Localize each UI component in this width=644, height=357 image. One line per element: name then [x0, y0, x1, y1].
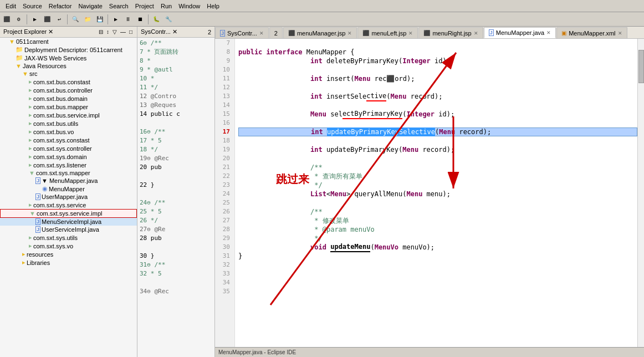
tree-item-menumapper-java[interactable]: J ▼ MenuMapper.java — [0, 177, 137, 185]
status-text: MenuMapper.java - Eclipse IDE — [218, 349, 296, 355]
mid-line-26: 31⊖ /** — [140, 261, 212, 269]
tab-close-menuright[interactable]: ✕ — [474, 30, 478, 36]
tree-item-pkg-9[interactable]: ▸ com.sxt.sys.controller — [0, 144, 137, 152]
project-explorer-panel: Project Explorer ✕ ⊟ ↕ ▽ — □ ▼ 0511carre… — [0, 27, 137, 357]
tree-item-root[interactable]: ▼ 0511carrent — [0, 38, 137, 45]
code-line-7 — [238, 39, 637, 48]
tree-item-label-22: com.sxt.sys.service.impl — [37, 210, 103, 217]
mid-line-14: 19⊖ @Rec — [140, 154, 212, 163]
pkg-icon-5: ▸ — [29, 111, 32, 119]
maximize-icon[interactable]: □ — [128, 28, 134, 35]
toolbar-btn-10[interactable]: ⏸ — [122, 14, 134, 25]
menu-edit[interactable]: Edit — [2, 2, 19, 11]
tree-item-pkg-10[interactable]: ▸ com.sxt.sys.domain — [0, 152, 137, 161]
tree-item-label-16: com.sxt.sys.listener — [33, 162, 86, 169]
scrollbar-thumb[interactable] — [638, 50, 644, 83]
toolbar-btn-5[interactable]: ↩ — [54, 14, 65, 25]
tab-menuright[interactable]: ⬛ menuRight.jsp ✕ — [418, 27, 483, 38]
tree-item-deployment[interactable]: 📁 Deployment Descriptor: 0511carrent — [0, 45, 137, 54]
ln-20: 20 — [215, 154, 232, 163]
toolbar-btn-13[interactable]: 🔧 — [163, 14, 174, 25]
menu-navigate[interactable]: Navigate — [75, 2, 105, 11]
minimize-icon[interactable]: — — [119, 28, 127, 35]
toolbar-btn-4[interactable]: ⬛ — [42, 14, 53, 25]
code-line-15: Menu selectByPrimaryKey(Integer id); — [238, 110, 637, 119]
menu-project[interactable]: Project — [132, 2, 157, 11]
tab-menuleft[interactable]: ⬛ menuLeft.jsp ✕ — [357, 27, 418, 38]
tab-close-menuleft[interactable]: ✕ — [408, 30, 413, 36]
tree-item-menuserviceimpl[interactable]: J MenuServiceImpl.java — [0, 218, 137, 226]
ln-33: 33 — [215, 269, 232, 278]
tree-item-pkg-6[interactable]: ▸ com.sxt.bus.utils — [0, 119, 137, 128]
tree-item-pkg-11[interactable]: ▸ com.sxt.sys.listener — [0, 161, 137, 169]
tree-item-pkg-service[interactable]: ▸ com.sxt.sys.service — [0, 201, 137, 209]
mid-line-10 — [140, 119, 212, 128]
tree-item-pkg-utils[interactable]: ▸ com.sxt.sys.utils — [0, 233, 137, 242]
tree-item-pkg-serviceimpl[interactable]: ▼ com.sxt.sys.service.impl — [0, 209, 137, 218]
tab-label-2: 2 — [274, 30, 278, 37]
menu-search[interactable]: Search — [106, 2, 132, 11]
tree-item-resources[interactable]: ▸ resources — [0, 250, 137, 258]
ln-19: 19 — [215, 145, 232, 154]
tab-close-menumanager[interactable]: ✕ — [347, 30, 352, 36]
tab-close-syscontroller[interactable]: ✕ — [259, 30, 264, 36]
tree-item-pkg-1[interactable]: ▸ com.sxt.bus.constast — [0, 78, 137, 86]
code-editor[interactable]: 7 8 9 10 11 12 13 14 15 16 17 18 19 20 — [215, 39, 637, 347]
toolbar-btn-12[interactable]: 🐛 — [151, 14, 162, 25]
mid-line-28 — [140, 278, 212, 287]
tree-item-userserviceimpl[interactable]: J UserServiceImpl.java — [0, 226, 137, 233]
tree-item-pkg-mapper[interactable]: ▼ com.sxt.sys.mapper — [0, 169, 137, 177]
menu-window[interactable]: Window — [175, 2, 203, 11]
menu-icon[interactable]: ▽ — [111, 28, 118, 35]
mid-line-23: 28 pub — [140, 234, 212, 243]
toolbar-btn-6[interactable]: 🔍 — [70, 14, 81, 25]
mid-line-24 — [140, 243, 212, 252]
sync-icon[interactable]: ↕ — [105, 28, 110, 35]
tree-item-src[interactable]: ▼ src — [0, 70, 137, 78]
project-tree: ▼ 0511carrent 📁 Deployment Descriptor: 0… — [0, 38, 137, 357]
tab-syscontroller[interactable]: J SysContr... ✕ — [215, 27, 269, 38]
code-line-19: int updateByPrimaryKey(Menu record); — [238, 145, 637, 154]
toolbar-btn-9[interactable]: ▶ — [110, 14, 121, 25]
tab-menumanager[interactable]: ⬛ menuManager.jsp ✕ — [283, 27, 357, 38]
line-numbers: 7 8 9 10 11 12 13 14 15 16 17 18 19 20 — [215, 39, 235, 347]
collapse-icon[interactable]: ⊟ — [98, 28, 104, 35]
tab-close-menumapper-java[interactable]: ✕ — [546, 30, 551, 35]
toolbar-btn-8[interactable]: 💾 — [94, 14, 105, 25]
pkg-icon-10: ▸ — [29, 153, 32, 160]
tree-item-libraries[interactable]: ▸ Libraries — [0, 258, 137, 267]
tree-item-pkg-5[interactable]: ▸ com.sxt.bus.service.impl — [0, 111, 137, 119]
tab-menumapper-java[interactable]: J MenuMapper.java ✕ — [484, 27, 556, 38]
menu-refactor[interactable]: Refactor — [45, 2, 75, 11]
tree-item-pkg-7[interactable]: ▸ com.sxt.bus.vo — [0, 128, 137, 136]
menu-run[interactable]: Run — [157, 2, 175, 11]
toolbar-btn-2[interactable]: ⚙ — [13, 14, 24, 25]
tree-item-menumapper-interface[interactable]: ◉ MenuMapper — [0, 185, 137, 193]
tree-item-pkg-vo[interactable]: ▸ com.sxt.sys.vo — [0, 242, 137, 250]
java-icon-2: J — [35, 193, 40, 200]
right-scrollbar[interactable] — [637, 39, 644, 347]
toolbar-btn-11[interactable]: ⏹ — [135, 14, 146, 25]
toolbar-btn-3[interactable]: ▶ — [29, 14, 40, 25]
tree-item-javaresources[interactable]: ▼ Java Resources — [0, 62, 137, 70]
tab-label-syscontroller: SysContr... — [227, 30, 257, 37]
toolbar-btn-1[interactable]: ⬛ — [1, 14, 12, 25]
menu-source[interactable]: Source — [19, 2, 45, 11]
mid-line-13: 18 */ — [140, 145, 212, 154]
tree-item-label-26: com.sxt.sys.vo — [33, 243, 73, 249]
tree-item-usermapper-java[interactable]: J UserMapper.java — [0, 193, 137, 201]
tree-item-pkg-2[interactable]: ▸ com.sxt.bus.controller — [0, 86, 137, 94]
menu-help[interactable]: Help — [203, 2, 223, 11]
toolbar-btn-7[interactable]: 📁 — [82, 14, 93, 25]
tree-item-pkg-3[interactable]: ▸ com.sxt.bus.domain — [0, 94, 137, 103]
tree-item-pkg-8[interactable]: ▸ com.sxt.sys.constast — [0, 136, 137, 144]
tab-close-menumapper-xml[interactable]: ✕ — [618, 30, 622, 36]
tab-2[interactable]: 2 — [269, 27, 283, 38]
tree-item-pkg-4[interactable]: ▸ com.sxt.bus.mapper — [0, 103, 137, 111]
java-icon-1: J — [35, 177, 40, 184]
ln-29: 29 — [215, 234, 232, 243]
mid-line-11: 16⊖ /** — [140, 128, 212, 136]
tree-item-jaxws[interactable]: 📁 JAX-WS Web Services — [0, 54, 137, 62]
tab-icon-menuright: ⬛ — [423, 30, 430, 36]
tab-menumapper-xml[interactable]: ▣ MenuMapper.xml ✕ — [556, 27, 627, 38]
